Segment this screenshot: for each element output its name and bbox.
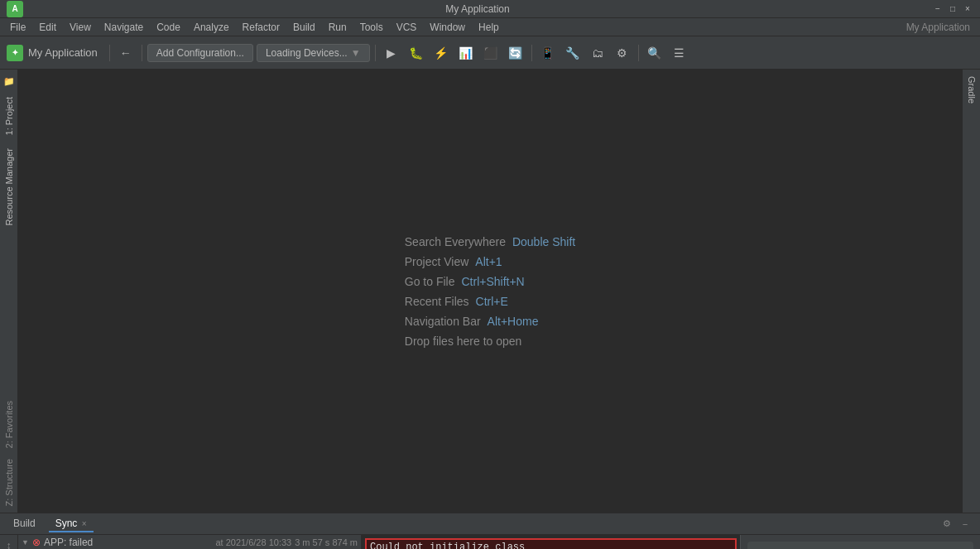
avd-manager-button[interactable]: 📱 <box>537 42 559 64</box>
right-sidebar: Gradle <box>962 70 980 513</box>
minimize-panel-button[interactable]: − <box>957 516 973 532</box>
sidebar-tab-gradle[interactable]: Gradle <box>964 70 979 110</box>
build-duration: 3 m 57 s 874 m <box>295 537 358 547</box>
menu-vcs[interactable]: VCS <box>390 20 424 35</box>
menu-bar: File Edit View Navigate Code Analyze Ref… <box>0 18 980 36</box>
toolbar: ✦ My Application ← Add Configuration... … <box>0 36 980 70</box>
window-title: My Application <box>23 3 932 15</box>
quick-access-button[interactable]: ☰ <box>669 42 690 64</box>
sidebar-favorites-icon[interactable]: 2: Favorites <box>2 397 17 451</box>
menu-build[interactable]: Build <box>286 20 322 35</box>
build-panel-content: ↕ 📌 👁 ▼ ⊗ APP: failed at 2021/6/28 10:33… <box>0 535 980 549</box>
menu-tools[interactable]: Tools <box>353 20 390 35</box>
menu-refactor[interactable]: Refactor <box>236 20 286 35</box>
toolbar-separator-3 <box>375 45 376 61</box>
quick-actions: Search Everywhere Double Shift Project V… <box>405 235 575 348</box>
build-time: at 2021/6/28 10:33 <box>215 537 291 547</box>
android-studio-update-card: ℹ Android Studio and plugin updates avai… <box>747 542 973 549</box>
expand-icon: ▼ <box>22 538 29 547</box>
stop-button[interactable]: ⬛ <box>480 42 502 64</box>
main-area: 📁 1: Project Resource Manager 2: Favorit… <box>0 70 980 513</box>
error-icon: ⊗ <box>32 537 41 548</box>
build-panel-header: Build Sync × ⚙ − <box>0 513 980 535</box>
menu-navigate[interactable]: Navigate <box>98 20 150 35</box>
add-configuration-button[interactable]: Add Configuration... <box>147 44 253 62</box>
editor-area: Search Everywhere Double Shift Project V… <box>18 70 962 513</box>
devices-dropdown-arrow: ▼ <box>351 47 361 59</box>
loading-devices-button[interactable]: Loading Devices... ▼ <box>257 44 370 62</box>
quick-action-navigation-bar: Navigation Bar Alt+Home <box>405 315 539 328</box>
quick-action-project-view: Project View Alt+1 <box>405 255 502 268</box>
back-button[interactable]: ← <box>115 42 137 64</box>
menu-help[interactable]: Help <box>472 20 506 35</box>
build-app-text: APP: failed <box>44 537 93 548</box>
build-expand-all-icon[interactable]: ↕ <box>2 538 17 549</box>
toolbar-separator-1 <box>109 45 110 61</box>
sidebar-tab-resource-manager[interactable]: Resource Manager <box>2 142 17 233</box>
menu-file[interactable]: File <box>3 20 32 35</box>
project-label: ✦ My Application <box>7 45 98 61</box>
maximize-button[interactable]: □ <box>947 3 958 15</box>
quick-action-recent-files: Recent Files Ctrl+E <box>405 295 508 308</box>
menu-window[interactable]: Window <box>423 20 472 35</box>
quick-action-search-everywhere: Search Everywhere Double Shift <box>405 235 575 248</box>
menu-view[interactable]: View <box>63 20 98 35</box>
panel-tab-sync[interactable]: Sync × <box>49 516 94 532</box>
app-name-center: My Application <box>900 22 977 33</box>
build-output-error: Could not initialize class org.codehaus.… <box>365 538 737 549</box>
toolbar-separator-4 <box>531 45 532 61</box>
sidebar-tab-project[interactable]: 1: Project <box>2 90 17 142</box>
panel-tab-build[interactable]: Build <box>7 516 42 532</box>
project-structure-button[interactable]: 🗂 <box>587 42 608 64</box>
left-sidebar: 📁 1: Project Resource Manager 2: Favorit… <box>0 70 18 513</box>
build-left-toolbar: ↕ 📌 👁 <box>0 535 18 549</box>
build-app-row[interactable]: ▼ ⊗ APP: failed at 2021/6/28 10:33 3 m 5… <box>18 535 361 549</box>
quick-action-drop-files: Drop files here to open <box>405 335 522 348</box>
sidebar-tab-project-icon[interactable]: 📁 <box>1 73 17 90</box>
project-icon: ✦ <box>7 45 23 61</box>
app-icon: A <box>7 1 23 17</box>
build-panel: Build Sync × ⚙ − ↕ 📌 👁 ▼ ⊗ APP: failed a… <box>0 513 980 549</box>
quick-action-goto-file: Go to File Ctrl+Shift+N <box>405 275 525 288</box>
sdk-manager-button[interactable]: 🔧 <box>562 42 584 64</box>
settings-button[interactable]: ⚙ <box>612 42 633 64</box>
notification-panel: ℹ Android Studio and plugin updates avai… <box>740 535 980 549</box>
build-tree: ▼ ⊗ APP: failed at 2021/6/28 10:33 3 m 5… <box>18 535 362 549</box>
menu-edit[interactable]: Edit <box>32 20 63 35</box>
toolbar-separator-5 <box>638 45 639 61</box>
window-controls: − □ × <box>932 3 973 15</box>
sidebar-structure-icon[interactable]: Z: Structure <box>2 455 17 509</box>
toolbar-separator-2 <box>142 45 142 61</box>
menu-analyze[interactable]: Analyze <box>187 20 236 35</box>
title-bar: A My Application − □ × <box>0 0 980 18</box>
build-output: Could not initialize class org.codehaus.… <box>362 535 740 549</box>
close-button[interactable]: × <box>962 3 973 15</box>
search-everywhere-button[interactable]: 🔍 <box>644 42 665 64</box>
project-title: My Application <box>28 46 98 59</box>
minimize-button[interactable]: − <box>932 3 944 15</box>
menu-run[interactable]: Run <box>322 20 353 35</box>
run-with-coverage[interactable]: ⚡ <box>430 42 452 64</box>
sync-tab-close[interactable]: × <box>82 519 87 528</box>
debug-button[interactable]: 🐛 <box>406 42 427 64</box>
build-panel-toolbar: ⚙ − <box>939 516 973 532</box>
settings-panel-button[interactable]: ⚙ <box>939 516 955 532</box>
menu-code[interactable]: Code <box>150 20 187 35</box>
sync-button[interactable]: 🔄 <box>505 42 526 64</box>
run-button[interactable]: ▶ <box>381 42 402 64</box>
profile-button[interactable]: 📊 <box>455 42 477 64</box>
